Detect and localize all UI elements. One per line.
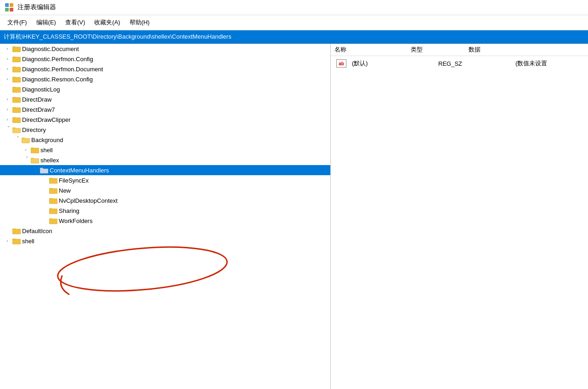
svg-rect-12: [12, 67, 16, 68]
title-bar: 注册表编辑器: [0, 0, 588, 15]
app-title: 注册表编辑器: [17, 3, 56, 11]
menu-favorites[interactable]: 收藏夹(A): [90, 17, 124, 28]
reg-entry-data: (数值未设置: [515, 59, 547, 68]
folder-icon: [12, 75, 21, 83]
svg-rect-6: [12, 46, 16, 48]
item-label: Diagnostic.Perfmon.Config: [22, 56, 93, 63]
reg-entry-default[interactable]: ab (默认) REG_SZ (数值未设置: [334, 58, 584, 69]
expand-btn[interactable]: ›: [4, 237, 11, 245]
folder-icon: [12, 86, 21, 93]
item-label: Diagnostic.Resmon.Config: [22, 76, 93, 83]
tree-item-contextmenuhandlers[interactable]: › ContextMenuHandlers: [0, 165, 330, 175]
tree-item-workfolders[interactable]: WorkFolders: [0, 216, 330, 226]
folder-icon: [49, 217, 57, 224]
item-label: DirectDrawClipper: [22, 116, 70, 123]
expand-btn[interactable]: ›: [4, 106, 11, 113]
expand-btn[interactable]: ›: [4, 116, 11, 123]
menu-bar: 文件(F) 编辑(E) 查看(V) 收藏夹(A) 帮助(H): [0, 15, 588, 30]
tree-item-sharing[interactable]: Sharing: [0, 206, 330, 216]
folder-icon-open: [40, 166, 48, 174]
item-label: DirectDraw7: [22, 106, 55, 113]
reg-entry-name: (默认): [352, 59, 435, 68]
folder-icon: [12, 65, 21, 73]
svg-rect-24: [12, 107, 16, 109]
expand-btn[interactable]: ›: [4, 126, 11, 133]
tree-item-shell2[interactable]: › shell: [0, 236, 330, 246]
menu-help[interactable]: 帮助(H): [126, 17, 153, 28]
item-label: DiagnosticLog: [22, 86, 60, 93]
item-label: Diagnostic.Document: [22, 46, 79, 52]
tree-item-directdrawclipper[interactable]: › DirectDrawClipper: [0, 114, 330, 125]
svg-rect-18: [12, 87, 16, 88]
item-label: shell: [22, 238, 34, 245]
expand-btn[interactable]: ›: [31, 166, 39, 174]
tree-item-background[interactable]: › Background: [0, 135, 330, 145]
tree-item-shell[interactable]: › shell: [0, 145, 330, 155]
svg-rect-0: [5, 3, 9, 7]
expand-btn[interactable]: ›: [4, 45, 11, 52]
tree-scroll[interactable]: › Diagnostic.Document › Diagnostic.Perfm…: [0, 44, 330, 246]
tree-item-new[interactable]: New: [0, 185, 330, 195]
menu-file[interactable]: 文件(F): [4, 17, 31, 28]
expand-btn[interactable]: ›: [4, 65, 11, 73]
item-label: ContextMenuHandlers: [50, 167, 109, 174]
tree-item-defaulticon[interactable]: DefaultIcon: [0, 226, 330, 236]
item-label: NvCplDesktopContext: [59, 197, 118, 204]
expand-btn[interactable]: ›: [13, 136, 20, 143]
expand-btn[interactable]: ›: [4, 55, 11, 63]
svg-rect-63: [12, 239, 16, 240]
folder-icon: [12, 55, 21, 63]
folder-icon-open: [31, 156, 39, 164]
tree-item-directdraw7[interactable]: › DirectDraw7: [0, 104, 330, 114]
app-icon: [5, 3, 14, 12]
col-header-data: 数据: [469, 46, 481, 54]
folder-icon: [12, 45, 21, 52]
item-label: Directory: [22, 126, 46, 133]
svg-rect-36: [31, 148, 34, 149]
tree-item-diagnostic-document[interactable]: › Diagnostic.Document: [0, 44, 330, 54]
folder-icon-open: [22, 136, 30, 143]
tree-item-shellex[interactable]: › shellex: [0, 155, 330, 165]
svg-rect-21: [12, 97, 16, 98]
svg-rect-9: [12, 57, 16, 58]
address-bar[interactable]: 计算机\HKEY_CLASSES_ROOT\Directory\Backgrou…: [0, 30, 588, 44]
expand-btn[interactable]: ›: [22, 156, 29, 164]
tree-panel-wrapper: › Diagnostic.Document › Diagnostic.Perfm…: [0, 44, 331, 389]
expand-btn[interactable]: ›: [22, 146, 29, 154]
main-content: › Diagnostic.Document › Diagnostic.Perfm…: [0, 44, 588, 389]
tree-item-diagnostic-perfmon-config[interactable]: › Diagnostic.Perfmon.Config: [0, 54, 330, 64]
menu-edit[interactable]: 编辑(E): [33, 17, 60, 28]
item-label: Sharing: [59, 207, 79, 214]
tree-item-diagnostic-resmon-config[interactable]: › Diagnostic.Resmon.Config: [0, 74, 330, 84]
svg-rect-2: [5, 8, 9, 11]
item-label: New: [59, 187, 71, 194]
tree-item-directdraw[interactable]: › DirectDraw: [0, 94, 330, 104]
item-label: WorkFolders: [59, 217, 92, 224]
folder-icon: [49, 177, 57, 184]
svg-rect-51: [49, 198, 52, 200]
expand-btn[interactable]: ›: [4, 96, 11, 103]
svg-rect-45: [49, 178, 52, 179]
item-label: DefaultIcon: [22, 228, 52, 235]
folder-icon: [12, 116, 21, 123]
tree-item-diagnostic-perfmon-document[interactable]: › Diagnostic.Perfmon.Document: [0, 64, 330, 74]
svg-rect-3: [10, 8, 13, 11]
item-label: Diagnostic.Perfmon.Document: [22, 66, 103, 73]
tree-panel: › Diagnostic.Document › Diagnostic.Perfm…: [0, 44, 331, 246]
tree-item-diagnosticlog[interactable]: DiagnosticLog: [0, 84, 330, 94]
expand-btn[interactable]: ›: [4, 75, 11, 83]
tree-item-directory[interactable]: › Directory: [0, 125, 330, 135]
col-header-type: 类型: [411, 46, 423, 54]
menu-view[interactable]: 查看(V): [62, 17, 89, 28]
svg-rect-1: [10, 3, 13, 7]
right-panel: 名称 类型 数据 ab (默认) REG_SZ (数值未设置: [331, 44, 588, 389]
svg-point-65: [56, 241, 229, 297]
tree-item-filesyncex[interactable]: FileSyncEx: [0, 175, 330, 185]
right-header: 名称 类型 数据: [331, 44, 588, 56]
svg-rect-48: [49, 188, 52, 189]
col-header-name: 名称: [334, 46, 346, 54]
folder-icon: [12, 227, 21, 235]
svg-rect-15: [12, 77, 16, 78]
svg-rect-60: [12, 229, 16, 230]
tree-item-nvcpldesktopcontext[interactable]: NvCplDesktopContext: [0, 195, 330, 206]
